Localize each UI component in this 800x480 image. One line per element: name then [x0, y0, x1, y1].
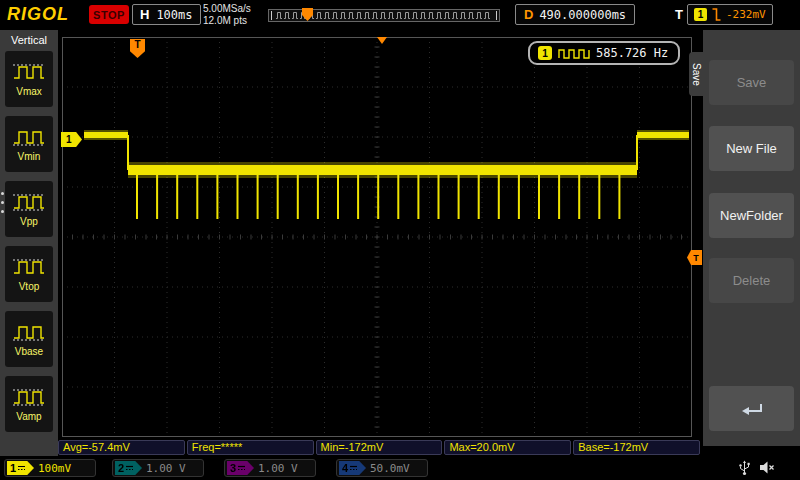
- channel3-scale: 1.00 V: [258, 462, 298, 475]
- frequency-counter: 1 585.726 Hz: [528, 41, 680, 65]
- vbase-icon: [11, 321, 47, 343]
- sidebar-item-label: Vpp: [20, 216, 38, 227]
- trigger-source-badge: 1: [694, 8, 707, 21]
- measurement-max: Max=20.0mV: [444, 440, 571, 455]
- dc-coupling-icon: [125, 464, 134, 472]
- channel1-badge: 1: [7, 461, 34, 475]
- channel2-badge: 2: [115, 461, 142, 475]
- sidebar-item-label: Vamp: [16, 411, 41, 422]
- sidebar-item-label: Vmin: [18, 151, 41, 162]
- trigger-level-value: -232mV: [726, 8, 766, 21]
- sidebar-item-vtop[interactable]: Vtop: [5, 246, 53, 302]
- delay-label: D: [524, 7, 533, 22]
- freq-counter-channel-badge: 1: [538, 46, 552, 60]
- channel3-status[interactable]: 3 1.00 V: [224, 459, 316, 477]
- vtop-icon: [11, 256, 47, 278]
- run-state-badge: STOP: [89, 5, 129, 24]
- channel1-status[interactable]: 1 100mV: [4, 459, 96, 477]
- new-folder-button[interactable]: NewFolder: [709, 193, 794, 238]
- speaker-mute-icon: [759, 460, 776, 475]
- trigger-slope-icon: [711, 7, 722, 22]
- rigol-logo: RIGOL: [7, 4, 69, 25]
- vamp-icon: [11, 386, 47, 408]
- delete-button[interactable]: Delete: [709, 258, 794, 303]
- channel4-badge: 4: [339, 461, 366, 475]
- horizontal-position-scrollbar[interactable]: [268, 8, 500, 23]
- channel4-status[interactable]: 4 50.0mV: [336, 459, 428, 477]
- waveform-display: [62, 37, 692, 437]
- memory-depth: 12.0M pts: [203, 15, 251, 27]
- measurement-results-bar: Avg=-57.4mV Freq=***** Min=-172mV Max=20…: [58, 440, 700, 455]
- channel2-status[interactable]: 2 1.00 V: [112, 459, 204, 477]
- return-button[interactable]: [709, 386, 794, 431]
- save-button[interactable]: Save: [709, 60, 794, 105]
- channel1-scale: 100mV: [38, 462, 71, 475]
- vmin-icon: [11, 126, 47, 148]
- dc-coupling-icon: [17, 464, 26, 472]
- channel3-badge: 3: [227, 461, 254, 475]
- sidebar-item-label: Vmax: [16, 86, 42, 97]
- trigger-label: T: [675, 7, 683, 22]
- return-icon: [739, 400, 765, 418]
- dc-coupling-icon: [237, 464, 246, 472]
- sidebar-item-vpp[interactable]: Vpp: [5, 181, 53, 237]
- vmax-icon: [11, 61, 47, 83]
- measurement-avg: Avg=-57.4mV: [58, 440, 185, 455]
- channel4-scale: 50.0mV: [370, 462, 410, 475]
- sample-rate: 5.00MSa/s: [203, 3, 251, 15]
- menu-scroll-indicator: [1, 192, 4, 213]
- new-file-button[interactable]: New File: [709, 126, 794, 171]
- trigger-info-box: 1 -232mV: [687, 4, 773, 25]
- channel-status-bar: 1 100mV 2 1.00 V 3: [0, 456, 800, 480]
- sidebar-item-vbase[interactable]: Vbase: [5, 311, 53, 367]
- horizontal-settings: H 100ms: [132, 4, 201, 25]
- delay-value: 490.000000ms: [539, 8, 626, 22]
- sidebar-item-label: Vtop: [19, 281, 40, 292]
- acquisition-info: 5.00MSa/s 12.0M pts: [203, 3, 251, 27]
- trigger-readout: T 1 -232mV: [675, 4, 773, 25]
- sidebar-item-vmin[interactable]: Vmin: [5, 116, 53, 172]
- timebase-value: 100ms: [156, 8, 192, 22]
- h-label: H: [140, 7, 149, 22]
- menu-tab-save: Save: [689, 52, 703, 96]
- sidebar-item-vmax[interactable]: Vmax: [5, 51, 53, 107]
- vpp-icon: [11, 191, 47, 213]
- waveform-overview-icon: [268, 8, 500, 23]
- channel2-scale: 1.00 V: [146, 462, 186, 475]
- oscilloscope-screen: RIGOL STOP H 100ms 5.00MSa/s 12.0M pts D…: [0, 0, 800, 480]
- measurement-min: Min=-172mV: [316, 440, 443, 455]
- measurement-base: Base=-172mV: [573, 440, 700, 455]
- dc-coupling-icon: [349, 464, 358, 472]
- sidebar-title: Vertical: [11, 34, 47, 46]
- sidebar-item-vamp[interactable]: Vamp: [5, 376, 53, 432]
- usb-icon: [737, 460, 752, 476]
- sidebar-item-label: Vbase: [15, 346, 43, 357]
- horizontal-center-marker: [377, 37, 387, 44]
- delay-readout: D 490.000000ms: [515, 4, 635, 25]
- freq-counter-value: 585.726 Hz: [596, 46, 668, 60]
- vertical-measure-sidebar: Vertical Vmax Vmin Vpp: [0, 30, 58, 456]
- pulse-train-icon: [557, 47, 591, 60]
- top-status-bar: RIGOL STOP H 100ms 5.00MSa/s 12.0M pts D…: [0, 0, 800, 30]
- softkey-menu-panel: Save New File NewFolder Delete: [703, 30, 800, 446]
- measurement-freq: Freq=*****: [187, 440, 314, 455]
